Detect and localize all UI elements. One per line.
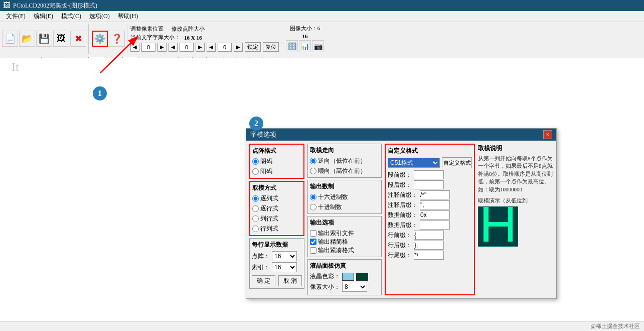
- custom-format-select[interactable]: C51格式: [388, 158, 440, 168]
- number-format-option-1[interactable]: 十进制数: [310, 203, 379, 211]
- menu-file[interactable]: 文件(F): [2, 11, 30, 22]
- size-value: 16 X 16: [184, 35, 202, 41]
- height-spinbox[interactable]: [180, 43, 194, 52]
- extract-label-3: 行列式: [260, 225, 278, 233]
- matrix-label: 点阵：: [252, 252, 270, 261]
- field-label-3: 注释后缀：: [388, 201, 418, 209]
- nav-right3-btn[interactable]: ▶: [234, 43, 243, 52]
- direction-option-1[interactable]: 顺向（高位在前）: [310, 167, 379, 175]
- field-input-2[interactable]: [420, 190, 450, 199]
- field-input-6[interactable]: [414, 231, 444, 240]
- settings-btn[interactable]: ⚙️: [92, 31, 108, 47]
- menu-options[interactable]: 选项(O): [85, 11, 114, 22]
- field-input-0[interactable]: [414, 170, 444, 179]
- nav-left2-btn[interactable]: ◀: [169, 43, 178, 52]
- field-input-1[interactable]: [414, 180, 444, 189]
- extract-method-options: 逐列式 逐行式 列行式 行列式: [252, 194, 301, 233]
- extract-radio-0[interactable]: [252, 195, 259, 202]
- confirm-btn[interactable]: 确 定: [252, 275, 275, 286]
- lock-btn[interactable]: 锁定: [245, 42, 261, 52]
- nav-left1-btn[interactable]: ◀: [130, 43, 139, 52]
- dialog-title-bar: 字模选项 ×: [246, 129, 556, 141]
- field-input-3[interactable]: [420, 200, 450, 209]
- field-row-4: 数据前缀：: [388, 210, 472, 219]
- cancel-btn[interactable]: 取 消: [278, 275, 302, 286]
- field-row-6: 行前缀：: [388, 231, 472, 240]
- dialog-body: 点阵格式 阴码 阳码 取模方式: [246, 141, 556, 298]
- pixel-size-label: 像素大小：: [310, 283, 340, 291]
- dot-format-option-1[interactable]: 阳码: [252, 167, 301, 176]
- menu-bar: 文件(F) 编辑(E) 模式(C) 选项(O) 帮助(H): [0, 11, 644, 22]
- direction-option-0[interactable]: 逆向（低位在前）: [310, 157, 379, 165]
- img-btn3[interactable]: 📷: [312, 40, 324, 52]
- number-format-option-0[interactable]: 十六进制数: [310, 193, 379, 201]
- image-btn[interactable]: 🖼: [53, 31, 69, 47]
- output-check-0[interactable]: [310, 230, 316, 237]
- field-row-5: 数据后缀：: [388, 220, 472, 230]
- dialog-close-btn[interactable]: ×: [543, 130, 552, 139]
- panel-extract-method: 取模方式 逐列式 逐行式 列行式: [249, 181, 304, 236]
- index-select[interactable]: 16: [272, 262, 297, 272]
- output-option-2[interactable]: 输出紧凑格式: [310, 246, 379, 255]
- field-input-7[interactable]: [414, 241, 444, 250]
- extract-option-3[interactable]: 行列式: [252, 225, 301, 233]
- nav-right2-btn[interactable]: ▶: [196, 43, 205, 52]
- field-label-1: 段后缀：: [388, 181, 412, 189]
- extract-radio-3[interactable]: [252, 226, 259, 232]
- extract-option-0[interactable]: 逐列式: [252, 194, 301, 203]
- demo-label: 取模演示（从低位到: [478, 196, 553, 205]
- panel-direction-title: 取模走向: [310, 146, 379, 155]
- delete-btn[interactable]: ✖: [70, 31, 86, 47]
- menu-edit[interactable]: 编辑(E): [30, 11, 57, 22]
- extract-option-1[interactable]: 逐行式: [252, 204, 301, 213]
- lcd-color-box2[interactable]: [356, 273, 368, 281]
- explain-col: 取模说明 从第一列开始向每取8个点作为一个字节，如果最后不足8点就补满8位。取模…: [478, 144, 553, 295]
- menu-help[interactable]: 帮助(H): [114, 11, 142, 22]
- output-option-0[interactable]: 输出索引文件: [310, 229, 379, 238]
- width-spinbox[interactable]: [141, 43, 155, 52]
- pixel-size-select[interactable]: 8: [342, 282, 367, 292]
- nav-left3-btn[interactable]: ◀: [207, 43, 216, 52]
- extract-option-2[interactable]: 列行式: [252, 214, 301, 223]
- output-option-1[interactable]: 输出精简格: [310, 238, 379, 246]
- panel-output-options: 输出选项 输出索引文件 输出精简格 输出紧凑格式: [307, 216, 382, 257]
- panel-custom-format: 自定义格式 C51格式 自定义格式 段前缀： 段后缀：: [385, 144, 475, 295]
- dot-format-label-0: 阴码: [260, 157, 272, 166]
- field-input-8[interactable]: [414, 251, 444, 260]
- nav-right1-btn[interactable]: ▶: [157, 43, 167, 52]
- output-check-2[interactable]: [310, 247, 316, 254]
- dot-format-radio-0[interactable]: [252, 158, 259, 165]
- img-btn1[interactable]: 🔡: [286, 40, 298, 52]
- lcd-color-box1[interactable]: [342, 273, 354, 281]
- panel-lcd-sim: 液晶面板仿真 液晶色彩： 像素大小： 8: [307, 259, 382, 295]
- menu-mode[interactable]: 模式(C): [57, 11, 85, 22]
- direction-label-1: 顺向（高位在前）: [318, 167, 366, 175]
- extract-radio-1[interactable]: [252, 205, 259, 212]
- img-btn2[interactable]: 📊: [299, 40, 311, 52]
- open-file-btn[interactable]: 📂: [19, 31, 35, 47]
- numfmt-radio-1[interactable]: [310, 204, 316, 210]
- index-label: 索引：: [252, 263, 270, 272]
- panel-lcd-sim-title: 液晶面板仿真: [310, 262, 379, 270]
- offset-spinbox[interactable]: [218, 43, 232, 52]
- numfmt-radio-0[interactable]: [310, 194, 316, 200]
- custom-format-btn[interactable]: 自定义格式: [442, 157, 472, 168]
- help-btn[interactable]: ❓: [109, 31, 125, 47]
- direction-radio-1[interactable]: [310, 168, 316, 174]
- field-label-4: 数据前缀：: [388, 211, 418, 219]
- dot-format-option-0[interactable]: 阴码: [252, 157, 301, 166]
- output-label-2: 输出紧凑格式: [318, 246, 354, 255]
- direction-radio-0[interactable]: [310, 158, 316, 164]
- field-input-5[interactable]: [420, 220, 450, 230]
- output-label-1: 输出精简格: [318, 238, 348, 246]
- matrix-select[interactable]: 16: [272, 251, 297, 261]
- output-check-1[interactable]: [310, 239, 316, 245]
- new-file-btn[interactable]: 📄: [2, 31, 18, 47]
- reset-btn[interactable]: 复位: [263, 42, 279, 52]
- current-size-label: 当前文字字库大小：: [130, 34, 180, 41]
- dialog-zimoxuanxiang[interactable]: 字模选项 × 点阵格式 阴码 阳码: [246, 128, 557, 299]
- extract-radio-2[interactable]: [252, 215, 259, 222]
- save-btn[interactable]: 💾: [36, 31, 52, 47]
- field-input-4[interactable]: [420, 210, 450, 219]
- dot-format-radio-1[interactable]: [252, 168, 259, 175]
